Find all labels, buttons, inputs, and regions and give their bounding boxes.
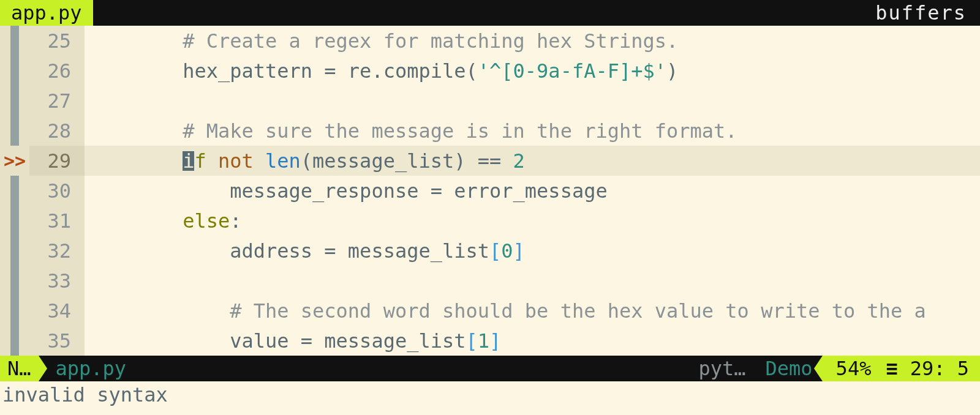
code-token: not xyxy=(218,151,254,171)
code-token: # Make sure the message is in the right … xyxy=(183,121,737,141)
gutter-bar-icon xyxy=(10,86,19,116)
code-token: ] xyxy=(489,331,501,351)
line-number: 32 xyxy=(29,236,76,266)
line-number: 33 xyxy=(29,266,76,296)
code-token: ) xyxy=(666,61,678,81)
status-position: 54% ≡ 29: 5 xyxy=(823,356,980,381)
tab-active[interactable]: app.py xyxy=(0,0,93,26)
code-content[interactable]: # Make sure the message is in the right … xyxy=(85,116,980,146)
code-content[interactable]: address = message_list[0] xyxy=(85,236,980,266)
code-token xyxy=(88,151,183,171)
change-sign xyxy=(0,116,29,146)
gutter-divider xyxy=(76,146,85,176)
gutter-divider xyxy=(76,236,85,266)
code-content[interactable]: hex_pattern = re.compile('^[0-9a-fA-F]+$… xyxy=(85,56,980,86)
status-line: N… app.py pyt… Demo 54% ≡ 29: 5 xyxy=(0,356,980,381)
buffers-label[interactable]: buffers xyxy=(862,0,980,26)
code-token: '^[0-9a-fA-F]+$' xyxy=(478,61,666,81)
gutter-bar-icon xyxy=(10,236,19,266)
gutter-divider xyxy=(76,56,85,86)
gutter-divider xyxy=(76,86,85,116)
line-number: 35 xyxy=(29,326,76,356)
code-token: [ xyxy=(466,331,478,351)
code-line[interactable]: 33 xyxy=(0,266,980,296)
line-number: 29 xyxy=(29,146,76,176)
change-sign xyxy=(0,326,29,356)
code-content[interactable] xyxy=(85,86,980,116)
status-percent: 54% xyxy=(836,359,880,378)
change-sign xyxy=(0,236,29,266)
line-number: 26 xyxy=(29,56,76,86)
gutter-bar-icon xyxy=(10,326,19,356)
code-token: _ xyxy=(525,151,537,171)
code-content[interactable]: if not len(message_list) == 2_ xyxy=(85,146,980,176)
code-line[interactable]: 30 message_response = error_message xyxy=(0,176,980,206)
code-token xyxy=(88,121,183,141)
line-number: 31 xyxy=(29,206,76,236)
mode-indicator: N… xyxy=(0,356,39,381)
tabline-spacer xyxy=(93,0,862,26)
code-line[interactable]: 26 hex_pattern = re.compile('^[0-9a-fA-F… xyxy=(0,56,980,86)
code-token: else xyxy=(183,211,230,231)
code-line[interactable]: 31 else: xyxy=(0,206,980,236)
code-content[interactable] xyxy=(85,266,980,296)
change-sign xyxy=(0,176,29,206)
gutter-divider xyxy=(76,206,85,236)
code-content[interactable]: else: xyxy=(85,206,980,236)
status-row-col: 29: 5 xyxy=(904,359,980,378)
code-token: # Create a regex for matching hex String… xyxy=(183,31,678,51)
gutter-bar-icon xyxy=(10,116,19,146)
editor-viewport[interactable]: 25 # Create a regex for matching hex Str… xyxy=(0,26,980,356)
error-sign: >> xyxy=(0,146,29,176)
gutter-bar-icon xyxy=(10,296,19,326)
gutter-divider xyxy=(76,116,85,146)
status-filename: app.py xyxy=(39,356,139,381)
gutter-bar-icon xyxy=(10,206,19,236)
code-token: f xyxy=(194,151,206,171)
change-sign xyxy=(0,206,29,236)
code-token: i xyxy=(183,151,194,171)
line-number: 34 xyxy=(29,296,76,326)
line-number: 30 xyxy=(29,176,76,206)
code-content[interactable]: value = message_list[1] xyxy=(85,326,980,356)
line-number: 25 xyxy=(29,26,76,56)
status-filetype: pyt… xyxy=(688,359,755,378)
gutter-bar-icon xyxy=(10,266,19,296)
code-token: # The second word should be the hex valu… xyxy=(230,301,926,321)
code-token xyxy=(254,151,265,171)
change-sign xyxy=(0,26,29,56)
code-line[interactable]: 35 value = message_list[1] xyxy=(0,326,980,356)
code-token: address = message_list xyxy=(88,241,489,261)
gutter-divider xyxy=(76,296,85,326)
code-token: message_response = error_message xyxy=(88,181,608,201)
code-line[interactable]: 34 # The second word should be the hex v… xyxy=(0,296,980,326)
change-sign xyxy=(0,56,29,86)
command-line[interactable]: invalid syntax xyxy=(0,381,980,415)
gutter-bar-icon xyxy=(10,26,19,56)
code-line[interactable]: 25 # Create a regex for matching hex Str… xyxy=(0,26,980,56)
gutter-bar-icon xyxy=(10,176,19,206)
code-content[interactable]: # The second word should be the hex valu… xyxy=(85,296,980,326)
change-sign xyxy=(0,86,29,116)
code-content[interactable]: message_response = error_message xyxy=(85,176,980,206)
code-token xyxy=(88,301,230,321)
code-line[interactable]: 28 # Make sure the message is in the rig… xyxy=(0,116,980,146)
code-line[interactable]: 27 xyxy=(0,86,980,116)
code-content[interactable]: # Create a regex for matching hex String… xyxy=(85,26,980,56)
code-token: 0 xyxy=(501,241,513,261)
code-token: (message_list) == xyxy=(301,151,513,171)
line-number: 27 xyxy=(29,86,76,116)
code-token: 1 xyxy=(478,331,489,351)
code-token: value = message_list xyxy=(88,331,466,351)
code-token: [ xyxy=(489,241,501,261)
code-token: 2 xyxy=(513,151,525,171)
code-token xyxy=(88,211,183,231)
gutter-divider xyxy=(76,326,85,356)
line-number: 28 xyxy=(29,116,76,146)
gutter-bar-icon xyxy=(10,56,19,86)
code-line[interactable]: 32 address = message_list[0] xyxy=(0,236,980,266)
gutter-divider xyxy=(76,176,85,206)
code-line[interactable]: >>29 if not len(message_list) == 2_ xyxy=(0,146,980,176)
code-token xyxy=(206,151,218,171)
code-token: len xyxy=(265,151,301,171)
